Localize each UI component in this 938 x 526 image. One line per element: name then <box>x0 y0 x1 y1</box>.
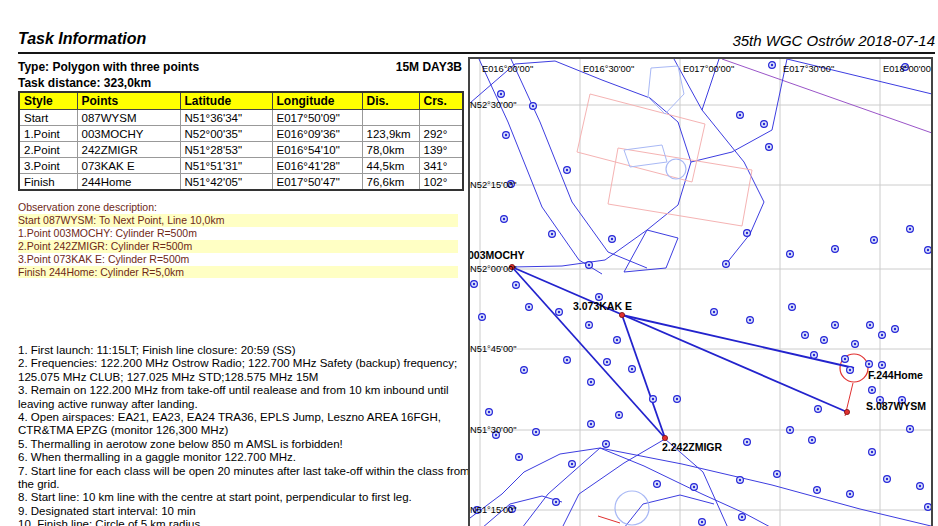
longitude-label: E016°30'00" <box>583 64 634 74</box>
waypoint-marker-dot <box>505 134 507 136</box>
briefing-note: 6. When thermalling in a gaggle monitor … <box>18 451 470 464</box>
task-leg-line <box>622 315 665 438</box>
table-row: 2.Point242ZMIGRN51°28'53"E016°54'10"78,0… <box>19 142 463 158</box>
waypoint-marker-dot <box>919 485 921 487</box>
longitude-label: E016°00'00" <box>482 64 533 74</box>
latitude-label: N52°00'00" <box>470 264 517 274</box>
table-cell: 242ZMIGR <box>77 142 180 158</box>
table-cell: Start <box>19 110 77 126</box>
table-cell: 44,5km <box>362 158 419 174</box>
table-cell: N51°51'31" <box>180 158 272 174</box>
column-header: Dis. <box>362 92 419 110</box>
waypoint-marker-dot <box>868 363 870 365</box>
longitude-label: E018°00'00" <box>883 64 931 74</box>
table-cell: 78,0km <box>362 142 419 158</box>
oz-line: Finish 244Home: Cylinder R=5,0km <box>18 266 458 279</box>
waypoint-marker-dot <box>849 493 851 495</box>
waypoint-marker-dot <box>551 233 553 235</box>
waypoint-marker-dot <box>528 306 530 308</box>
waypoint-marker-dot <box>693 486 695 488</box>
waypoint-marker-dot <box>611 238 613 240</box>
waypoint-marker-dot <box>869 324 871 326</box>
waypoint-marker-dot <box>811 439 813 441</box>
waypoint-marker-dot <box>817 408 819 410</box>
waypoint-marker-dot <box>768 146 770 148</box>
oz-heading: Observation zone description: <box>18 201 458 214</box>
briefing-note: 5. Thermalling in aerotow zone below 850… <box>18 438 470 451</box>
waypoint-marker-dot <box>749 319 751 321</box>
turnpoint-label: 2.242ZMIGR <box>662 441 723 453</box>
turnpoint-label: F.244Home <box>868 369 923 381</box>
task-table-header-row: StylePointsLatitudeLongitudeDis.Crs. <box>19 92 463 110</box>
table-row: 3.Point073KAK EN51°51'31"E016°41'28"44,5… <box>19 158 463 174</box>
task-type: Type: Polygon with three points <box>18 60 199 74</box>
briefing-note: 8. Start line: 10 km line with the centr… <box>18 491 470 504</box>
table-cell: 76,6km <box>362 174 419 191</box>
table-cell: E016°09'36" <box>272 126 362 142</box>
table-cell: N51°36'34" <box>180 110 272 126</box>
latitude-label: N51°30'00" <box>470 425 517 435</box>
waypoint-marker-dot <box>652 398 654 400</box>
briefing-notes: 1. First launch: 11:15LT; Finish line cl… <box>18 344 470 526</box>
waypoint-marker-dot <box>518 456 520 458</box>
column-header: Points <box>77 92 180 110</box>
oz-lines: Start 087WYSM: To Next Point, Line 10,0k… <box>18 214 458 279</box>
table-row: 1.Point003MOCHYN52°00'35"E016°09'36"123,… <box>19 126 463 142</box>
airspace-line <box>511 59 647 268</box>
column-header: Longitude <box>272 92 362 110</box>
airspace-line <box>624 145 667 167</box>
waypoint-marker-dot <box>701 521 703 523</box>
turnpoint-dot <box>844 409 849 414</box>
waypoint-marker-dot <box>566 169 568 171</box>
task-distance: Task distance: 323,0km <box>18 76 151 90</box>
waypoint-marker-dot <box>763 123 765 125</box>
table-cell: 3.Point <box>19 158 77 174</box>
table-cell: N52°00'35" <box>180 126 272 142</box>
airspace-line <box>562 439 665 526</box>
header-rule <box>18 52 935 54</box>
table-cell: 341° <box>419 158 463 174</box>
briefing-note: 4. Open airspaces: EA21, EA23, EA24 TRA3… <box>18 411 470 438</box>
oz-line: 2.Point 242ZMIGR: Cylinder R=500m <box>18 240 458 253</box>
task-leg-line <box>622 315 854 368</box>
task-leg-line <box>512 267 665 438</box>
briefing-note: 7. Start line for each class will be ope… <box>18 465 470 492</box>
waypoint-marker-dot <box>590 381 592 383</box>
waypoint-marker-dot <box>791 306 793 308</box>
waypoint-marker-dot <box>631 368 633 370</box>
airspace-circle <box>615 491 649 525</box>
latitude-label: N51°45'00" <box>470 344 517 354</box>
observation-zone-block: Observation zone description: Start 087W… <box>18 201 458 278</box>
waypoint-marker-dot <box>816 489 818 491</box>
waypoint-marker-dot <box>676 398 678 400</box>
waypoint-marker-dot <box>871 389 873 391</box>
airspace-circle <box>666 159 686 179</box>
waypoint-marker-dot <box>590 423 592 425</box>
oz-line: Start 087WYSM: To Next Point, Line 10,0k… <box>18 214 458 227</box>
waypoint-marker-dot <box>503 218 505 220</box>
waypoint-marker-dot <box>588 264 590 266</box>
table-cell <box>362 110 419 126</box>
page-title: Task Information <box>18 30 146 48</box>
airspace-line <box>624 230 678 272</box>
event-title: 35th WGC Ostrów 2018-07-14 <box>732 32 935 49</box>
column-header: Crs. <box>419 92 463 110</box>
waypoint-marker-dot <box>894 328 896 330</box>
table-cell: E016°41'28" <box>272 158 362 174</box>
briefing-note: 1. First launch: 11:15LT; Finish line cl… <box>18 344 470 357</box>
latitude-label: N51°15'00" <box>470 505 517 515</box>
briefing-note: 2. Frequencies: 122.200 MHz Ostrow Radio… <box>18 357 470 384</box>
waypoint-marker-dot <box>618 414 620 416</box>
waypoint-marker-dot <box>789 253 791 255</box>
class-day: 15M DAY3B <box>396 60 462 74</box>
turnpoint-dot <box>662 435 667 440</box>
table-cell: E016°54'10" <box>272 142 362 158</box>
waypoint-marker-dot <box>804 334 806 336</box>
table-cell: 087WYSM <box>77 110 180 126</box>
task-table-body: Start087WYSMN51°36'34"E017°50'09"1.Point… <box>19 110 463 191</box>
task-type-row: Type: Polygon with three points 15M DAY3… <box>18 60 462 74</box>
table-row: Finish244HomeN51°42'05"E017°50'47"76,6km… <box>19 174 463 191</box>
table-cell: 102° <box>419 174 463 191</box>
column-header: Style <box>19 92 77 110</box>
waypoint-marker-dot <box>532 105 534 107</box>
